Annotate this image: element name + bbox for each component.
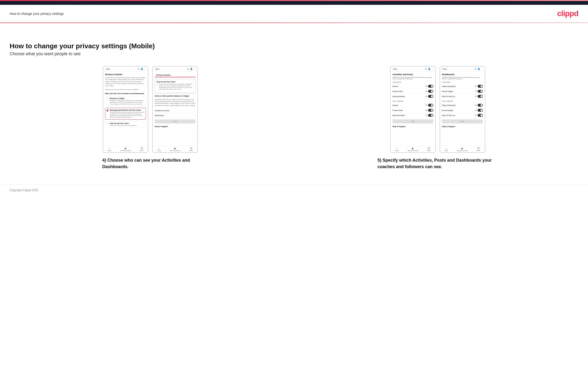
screen3-footer: ⌂ Home ▶ My Performance ☰ Menu: [390, 146, 435, 152]
header-divider: [0, 23, 588, 23]
footer-home1[interactable]: ⌂ Home: [108, 147, 112, 151]
footer-perf1[interactable]: ▶ My Performance: [121, 147, 131, 151]
chevron-activities: ›: [195, 109, 196, 112]
show-hide-desc: Regardless of the privacy controls that …: [155, 99, 196, 107]
footer-perf3[interactable]: ▶ My Performance: [408, 147, 418, 151]
more-icon3[interactable]: ⋯: [432, 68, 433, 70]
phone-screen4: ‹ Back 🔍 👤 ⋯ Dashboards Select the dashb…: [440, 66, 485, 153]
top-bar: [0, 0, 588, 5]
followers-what-work-row: What To Work On ON: [442, 113, 483, 118]
screen2-body: Privacy Controls Only You and Your Coach…: [153, 71, 198, 146]
group-left: ‹ Back 🔍 👤 ⋯ Privacy Controls Control ho…: [10, 66, 291, 170]
screen3-icons: 🔍 👤 ⋯: [425, 68, 433, 70]
dropdown-only-you: Only You and Your Coach Only you and the…: [155, 79, 196, 93]
screen4-footer: ⌂ Home ▶ My Performance ☰ Menu: [440, 146, 485, 152]
followers-manual-toggle[interactable]: [428, 114, 433, 117]
coaches-what-work-toggle[interactable]: [478, 95, 483, 98]
profile-icon3[interactable]: 👤: [428, 68, 431, 70]
more-icon[interactable]: ⋯: [144, 68, 146, 70]
followers-player-dash-toggle[interactable]: [478, 104, 483, 107]
profile-icon2[interactable]: 👤: [190, 68, 193, 70]
screen3-back[interactable]: ‹ Back: [392, 68, 397, 70]
footer-menu1[interactable]: ☰ Menu: [140, 147, 144, 151]
radio-approved: [106, 109, 108, 111]
coaches-player-dash-row: Player Dashboard ON: [442, 84, 483, 89]
coaches-rounds-toggle[interactable]: [428, 85, 433, 88]
save-btn4[interactable]: Save: [442, 119, 483, 124]
followers-rounds-row: Rounds ON: [392, 103, 433, 108]
chevron-dashboards: ›: [195, 114, 196, 117]
footer-menu2[interactable]: ☰ Menu: [190, 147, 193, 151]
screen4-icons: 🔍 👤 ⋯: [474, 68, 483, 70]
option-everyone[interactable]: Everyone on Clippd Everyone on Clippd ca…: [105, 96, 146, 106]
search-icon2[interactable]: 🔍: [187, 68, 189, 70]
followers-practice-row: Practice Drills ON: [392, 108, 433, 113]
screen4-coaches-label: COACHES: [442, 81, 483, 83]
followers-player-dash-row: Player Dashboard ON: [442, 103, 483, 108]
show-hide-title: Show or hide specific features in Clippd: [155, 95, 196, 97]
screen3-desc: Select the types of activity that you'd …: [392, 77, 433, 80]
screen1-footer: ⌂ Home ▶ My Performance ☰ Menu: [103, 146, 148, 152]
followers-round-insights-row: Round Insights ON: [442, 108, 483, 113]
profile-icon4[interactable]: 👤: [478, 68, 480, 70]
footer-home3[interactable]: ⌂ Home: [395, 147, 399, 151]
screen3-body: Activities and Posts Select the types of…: [390, 71, 435, 146]
phone-screen3: ‹ Back 🔍 👤 ⋯ Activities and Posts Select…: [390, 66, 436, 153]
screen1-back[interactable]: ‹ Back: [105, 68, 110, 70]
tab-privacy[interactable]: Privacy Controls: [155, 73, 172, 77]
screen4-body: Dashboards Select the dashboards that yo…: [440, 71, 485, 146]
phone-screen2: ‹ Back 🔍 👤 ⋯ Privacy Controls: [152, 66, 198, 153]
followers-rounds-toggle[interactable]: [428, 104, 433, 107]
search-icon3[interactable]: 🔍: [425, 68, 427, 70]
coaches-manual-toggle[interactable]: [428, 95, 433, 98]
coaches-round-insights-row: Round Insights ON: [442, 89, 483, 94]
search-icon4[interactable]: 🔍: [474, 68, 477, 70]
footer-home4[interactable]: ⌂ Home: [444, 147, 448, 151]
footer-home2[interactable]: ⌂ Home: [157, 147, 161, 151]
screen1-desc2: However you can control who can see your…: [105, 89, 146, 91]
screen2-footer: ⌂ Home ▶ My Performance ☰ Menu: [153, 146, 198, 152]
footer-menu4[interactable]: ☰ Menu: [477, 147, 480, 151]
caption5: 5) Specify which Activities, Posts and D…: [378, 157, 498, 170]
profile-icon[interactable]: 👤: [141, 68, 143, 70]
more-icon4[interactable]: ⋯: [481, 68, 483, 70]
activities-posts-row[interactable]: Activities and Posts ›: [155, 108, 196, 113]
screen2-back[interactable]: ‹ Back: [155, 68, 159, 70]
screen4-back[interactable]: ‹ Back: [442, 68, 447, 70]
dropdown-title: Only You and Your Coach: [156, 81, 194, 83]
save-btn3[interactable]: Save: [392, 119, 433, 124]
followers-round-insights-toggle[interactable]: [478, 109, 483, 112]
option-approved[interactable]: Only Approved Followers and Your Coach O…: [105, 108, 146, 120]
save-btn2[interactable]: Save: [155, 119, 196, 124]
followers-practice-toggle[interactable]: [428, 109, 433, 112]
screen2-tab: Privacy Controls: [155, 73, 196, 77]
dashboards-row[interactable]: Dashboards ›: [155, 113, 196, 118]
search-icon[interactable]: 🔍: [137, 68, 140, 70]
more-icon2[interactable]: ⋯: [194, 68, 196, 70]
mockup-pair-left: ‹ Back 🔍 👤 ⋯ Privacy Controls Control ho…: [103, 66, 198, 153]
screen1-body: Privacy Controls Control how you and you…: [103, 71, 148, 146]
logo: clippd: [557, 9, 578, 18]
help-support2: Help & Support: [155, 125, 196, 127]
coaches-practice-toggle[interactable]: [428, 90, 433, 93]
screen1-subsection: Who Can See Your Activities and Dashboar…: [105, 92, 146, 95]
coaches-rounds-row: Rounds ON: [392, 84, 433, 89]
footer-perf2[interactable]: ▶ My Performance: [170, 147, 181, 151]
coaches-round-insights-toggle[interactable]: [478, 90, 483, 93]
help-support4: Help & Support: [442, 125, 483, 127]
page-heading: How to change your privacy settings (Mob…: [10, 42, 578, 50]
coaches-player-dash-toggle[interactable]: [478, 85, 483, 88]
screen1-header: ‹ Back 🔍 👤 ⋯: [103, 67, 148, 71]
option-only-you[interactable]: Only You and Your Coach Only you and the…: [105, 121, 146, 128]
screen4-header: ‹ Back 🔍 👤 ⋯: [440, 67, 485, 71]
followers-what-work-toggle[interactable]: [478, 114, 483, 117]
screen2-icons: 🔍 👤 ⋯: [187, 68, 196, 70]
page-subheading: Choose what you want people to see: [10, 51, 578, 57]
copyright: Copyright Clippd 2022: [10, 189, 38, 192]
screen4-title: Dashboards: [442, 73, 483, 76]
mockup-pair-right: ‹ Back 🔍 👤 ⋯ Activities and Posts Select…: [390, 66, 485, 153]
screen3-coaches-label: COACHES: [392, 81, 433, 83]
footer-perf4[interactable]: ▶ My Performance: [457, 147, 468, 151]
screen3-header: ‹ Back 🔍 👤 ⋯: [390, 67, 435, 71]
footer-menu3[interactable]: ☰ Menu: [427, 147, 431, 151]
